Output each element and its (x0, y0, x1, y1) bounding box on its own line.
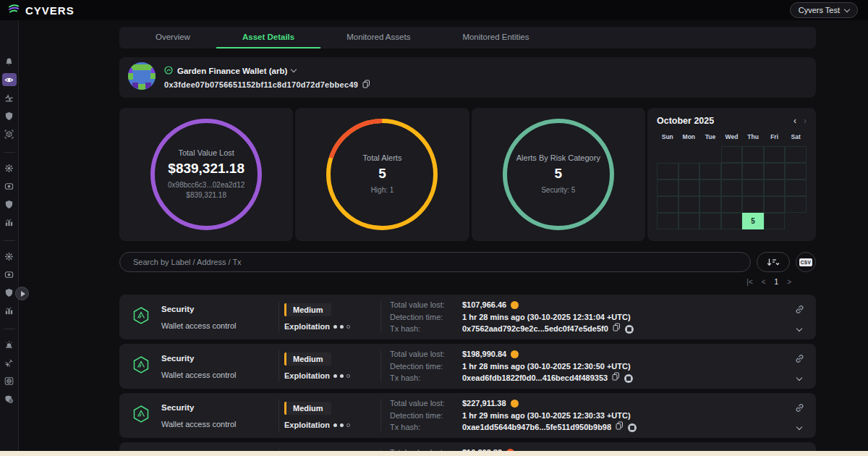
alert-hexagon-icon (132, 355, 150, 377)
sidebar-item-radar-satellite[interactable] (2, 356, 17, 369)
alert-detection-time: 1 hr 28 mins ago (30-10-2025 12:31:04 +U… (462, 311, 631, 324)
alert-link-icon[interactable] (795, 402, 804, 415)
search-input[interactable] (119, 252, 751, 272)
alert-link-icon[interactable] (795, 304, 804, 317)
alert-type: Wallet access control (161, 321, 278, 330)
calendar-prev-icon[interactable]: ‹ (793, 116, 796, 126)
sidebar-divider (4, 329, 15, 329)
wallet-name-dropdown[interactable]: Garden Finance Wallet (arb) (164, 66, 370, 76)
tab-monitored-assets[interactable]: Monitored Assets (320, 27, 436, 48)
account-menu-button[interactable]: Cyvers Test (790, 2, 858, 18)
calendar-cell (699, 196, 721, 213)
session-replay-play-button[interactable] (15, 287, 29, 300)
play-icon (21, 291, 25, 297)
gauge-sub: Security: 5 (472, 185, 645, 195)
label-detection: Detection time: (390, 360, 456, 373)
brand-logo: CYVERS (7, 3, 75, 17)
sort-button[interactable] (757, 252, 790, 272)
block-explorer-icon[interactable] (628, 423, 637, 432)
wallet-avatar (128, 62, 156, 93)
label-tx-hash: Tx hash: (390, 323, 456, 335)
pagination-next[interactable]: > (787, 278, 791, 286)
calendar-cell (785, 213, 807, 229)
sidebar-item-shield-reports[interactable] (2, 198, 17, 211)
alert-type: Wallet access control (161, 371, 278, 379)
sidebar-item-analytics-chart[interactable] (2, 216, 17, 229)
calendar-cell (657, 180, 678, 196)
alert-row[interactable]: Security Wallet access control Medium Ex… (119, 295, 816, 339)
expand-chevron-icon[interactable] (796, 375, 802, 381)
block-explorer-icon[interactable] (625, 325, 634, 334)
calendar-cell (657, 163, 678, 180)
gauge-value: 5 (295, 166, 469, 182)
calendar-cell (678, 180, 700, 196)
tab-overview[interactable]: Overview (129, 27, 216, 48)
calendar-cell (764, 180, 786, 196)
sidebar-rail (0, 20, 19, 456)
gauge-total-value-lost: Total Value Lost $839,321.18 0x98bcc6c3.… (119, 108, 293, 241)
export-csv-button[interactable]: CSV (796, 252, 816, 272)
calendar-cell (678, 146, 700, 163)
alert-row[interactable]: Security Wallet access control Medium Ex… (119, 393, 816, 438)
calendar-cell (742, 196, 764, 213)
gauge-title: Total Alerts (295, 153, 469, 162)
calendar-cell (678, 163, 700, 180)
sidebar-item-activity-monitor[interactable] (2, 91, 17, 104)
label-value-lost: Total value lost: (390, 397, 456, 410)
sidebar-item-settings-gear-2[interactable] (2, 250, 17, 263)
sidebar-item-notifications-bell[interactable] (2, 55, 17, 68)
sidebar-item-incident-siren[interactable] (2, 338, 17, 351)
alert-link-icon[interactable] (795, 353, 804, 366)
sidebar-item-shield-reports-2[interactable] (2, 286, 17, 299)
sidebar-item-web-globe[interactable] (2, 374, 17, 387)
phase-dot (333, 325, 337, 329)
sidebar-item-settings-gear[interactable] (2, 161, 17, 174)
calendar-alert-day-badge[interactable]: 5 (742, 213, 764, 229)
calendar-cell (764, 213, 786, 229)
sidebar-item-monitored-wallets-eye[interactable] (2, 73, 17, 86)
tab-asset-details[interactable]: Asset Details (216, 27, 320, 48)
alert-tx-hash: 0x7562aad792c9e2c...5edc0f47e5de5f0 (462, 323, 608, 335)
sidebar-item-analytics-chart-2[interactable] (2, 304, 17, 317)
copy-tx-icon[interactable] (612, 372, 620, 384)
calendar-cell (764, 163, 786, 180)
copy-tx-icon[interactable] (616, 421, 624, 434)
calendar-cell (721, 213, 743, 229)
alert-category: Security (161, 305, 278, 313)
alert-value-lost: $227,911.38 (462, 397, 506, 410)
alert-hexagon-icon (132, 405, 150, 426)
pagination-first[interactable]: |< (746, 278, 752, 286)
stats-row: Total Value Lost $839,321.18 0x98bcc6c3.… (119, 108, 816, 241)
sidebar-item-watchlist-camera-2[interactable] (2, 268, 17, 281)
alert-row[interactable]: Security Wallet access control Medium Ex… (119, 344, 816, 389)
label-tx-hash: Tx hash: (390, 372, 456, 384)
wallet-name: Garden Finance Wallet (arb) (177, 67, 287, 75)
calendar-cell (721, 196, 743, 213)
calendar-cell (785, 163, 807, 180)
sidebar-item-shield-globe[interactable] (2, 392, 17, 405)
bottom-banner-edge (0, 451, 868, 456)
sidebar-item-watchlist-camera[interactable] (2, 180, 17, 193)
sidebar-item-contract-scan-cube[interactable] (2, 127, 17, 140)
calendar-next-icon[interactable]: › (804, 116, 807, 126)
phase-dot (340, 374, 344, 378)
copy-address-icon[interactable] (362, 80, 370, 90)
block-explorer-icon[interactable] (624, 374, 633, 383)
label-detection: Detection time: (390, 311, 456, 324)
tabbar: Overview Asset Details Monitored Assets … (119, 27, 816, 48)
expand-chevron-icon[interactable] (796, 424, 802, 430)
alert-detection-time: 1 hr 29 mins ago (30-10-2025 12:30:33 +U… (462, 410, 631, 422)
tab-monitored-entities[interactable]: Monitored Entities (436, 27, 555, 48)
pagination-prev[interactable]: < (762, 278, 766, 286)
phase-dot (346, 423, 350, 427)
gauge-title: Total Value Lost (119, 148, 293, 157)
severity-badge: Medium (284, 352, 331, 366)
calendar-day-label: Fri (764, 133, 786, 140)
alert-tx-hash: 0xead6fdb1822f0d0...416becd4f489353 (462, 372, 608, 384)
expand-chevron-icon[interactable] (796, 326, 802, 332)
copy-tx-icon[interactable] (613, 323, 621, 335)
severity-badge: Medium (284, 402, 331, 415)
sidebar-item-shield-protection[interactable] (2, 109, 17, 122)
calendar-day-label: Wed (721, 133, 743, 140)
csv-icon: CSV (799, 258, 812, 266)
